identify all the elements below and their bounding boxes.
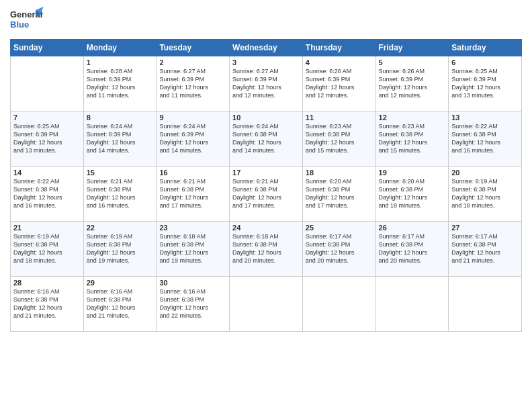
calendar-cell: 9Sunrise: 6:24 AM Sunset: 6:39 PM Daylig…	[157, 111, 230, 167]
day-info: Sunrise: 6:24 AM Sunset: 6:39 PM Dayligh…	[159, 122, 226, 155]
header-row: SundayMondayTuesdayWednesdayThursdayFrid…	[11, 40, 522, 56]
day-info: Sunrise: 6:19 AM Sunset: 6:38 PM Dayligh…	[87, 232, 154, 265]
day-number: 25	[306, 224, 373, 232]
day-info: Sunrise: 6:23 AM Sunset: 6:38 PM Dayligh…	[379, 122, 446, 155]
day-number: 3	[232, 58, 300, 66]
day-info: Sunrise: 6:19 AM Sunset: 6:38 PM Dayligh…	[451, 177, 519, 210]
day-number: 12	[379, 113, 446, 122]
week-row-5: 28Sunrise: 6:16 AM Sunset: 6:38 PM Dayli…	[11, 277, 522, 332]
calendar-cell: 18Sunrise: 6:20 AM Sunset: 6:38 PM Dayli…	[302, 167, 375, 222]
day-info: Sunrise: 6:23 AM Sunset: 6:38 PM Dayligh…	[306, 122, 373, 155]
calendar-cell	[302, 277, 375, 332]
day-number: 8	[87, 113, 154, 122]
day-number: 28	[13, 279, 81, 287]
day-info: Sunrise: 6:24 AM Sunset: 6:39 PM Dayligh…	[87, 122, 154, 155]
calendar-cell: 7Sunrise: 6:25 AM Sunset: 6:39 PM Daylig…	[11, 111, 84, 167]
day-info: Sunrise: 6:26 AM Sunset: 6:39 PM Dayligh…	[306, 67, 373, 100]
calendar-cell: 24Sunrise: 6:18 AM Sunset: 6:38 PM Dayli…	[230, 222, 303, 277]
calendar-cell: 13Sunrise: 6:22 AM Sunset: 6:38 PM Dayli…	[449, 111, 522, 167]
calendar-cell: 22Sunrise: 6:19 AM Sunset: 6:38 PM Dayli…	[83, 222, 157, 277]
day-number: 11	[306, 113, 373, 122]
day-number: 16	[159, 169, 226, 177]
calendar-cell: 16Sunrise: 6:21 AM Sunset: 6:38 PM Dayli…	[157, 167, 230, 222]
day-info: Sunrise: 6:20 AM Sunset: 6:38 PM Dayligh…	[306, 177, 373, 210]
calendar-cell: 10Sunrise: 6:24 AM Sunset: 6:38 PM Dayli…	[230, 111, 303, 167]
day-number: 26	[379, 224, 446, 232]
day-info: Sunrise: 6:17 AM Sunset: 6:38 PM Dayligh…	[379, 232, 446, 265]
calendar-table: SundayMondayTuesdayWednesdayThursdayFrid…	[10, 39, 522, 332]
calendar-cell: 4Sunrise: 6:26 AM Sunset: 6:39 PM Daylig…	[302, 56, 375, 111]
day-info: Sunrise: 6:18 AM Sunset: 6:38 PM Dayligh…	[159, 232, 226, 265]
calendar-cell: 14Sunrise: 6:22 AM Sunset: 6:38 PM Dayli…	[11, 167, 84, 222]
calendar-cell: 30Sunrise: 6:16 AM Sunset: 6:38 PM Dayli…	[157, 277, 230, 332]
week-row-1: 1Sunrise: 6:28 AM Sunset: 6:39 PM Daylig…	[11, 56, 522, 111]
day-number: 29	[87, 279, 154, 287]
day-number: 17	[232, 169, 300, 177]
day-info: Sunrise: 6:28 AM Sunset: 6:39 PM Dayligh…	[87, 67, 154, 100]
calendar-cell: 27Sunrise: 6:17 AM Sunset: 6:38 PM Dayli…	[449, 222, 522, 277]
calendar-cell: 26Sunrise: 6:17 AM Sunset: 6:38 PM Dayli…	[375, 222, 449, 277]
day-number: 18	[306, 169, 373, 177]
day-number: 19	[379, 169, 446, 177]
svg-text:Blue: Blue	[10, 19, 29, 30]
calendar-cell: 3Sunrise: 6:27 AM Sunset: 6:39 PM Daylig…	[230, 56, 303, 111]
day-number: 15	[87, 169, 154, 177]
day-info: Sunrise: 6:18 AM Sunset: 6:38 PM Dayligh…	[232, 232, 300, 265]
day-info: Sunrise: 6:21 AM Sunset: 6:38 PM Dayligh…	[159, 177, 226, 210]
logo: General Blue	[10, 7, 44, 34]
day-number: 30	[159, 279, 226, 287]
page-container: General Blue SundayMondayTuesdayWednesda…	[0, 0, 532, 338]
day-number: 2	[159, 58, 226, 66]
calendar-cell: 1Sunrise: 6:28 AM Sunset: 6:39 PM Daylig…	[83, 56, 157, 111]
day-info: Sunrise: 6:20 AM Sunset: 6:38 PM Dayligh…	[379, 177, 446, 210]
day-header-tuesday: Tuesday	[157, 40, 230, 56]
day-header-monday: Monday	[83, 40, 157, 56]
calendar-cell	[449, 277, 522, 332]
week-row-2: 7Sunrise: 6:25 AM Sunset: 6:39 PM Daylig…	[11, 111, 522, 167]
calendar-cell	[230, 277, 303, 332]
day-header-friday: Friday	[375, 40, 449, 56]
day-number: 20	[451, 169, 519, 177]
day-info: Sunrise: 6:24 AM Sunset: 6:38 PM Dayligh…	[232, 122, 300, 155]
day-header-saturday: Saturday	[449, 40, 522, 56]
day-number: 9	[159, 113, 226, 122]
day-number: 22	[87, 224, 154, 232]
day-number: 24	[232, 224, 300, 232]
day-number: 10	[232, 113, 300, 122]
calendar-cell: 5Sunrise: 6:26 AM Sunset: 6:39 PM Daylig…	[375, 56, 449, 111]
day-header-thursday: Thursday	[302, 40, 375, 56]
day-number: 5	[379, 58, 446, 66]
calendar-cell: 21Sunrise: 6:19 AM Sunset: 6:38 PM Dayli…	[11, 222, 84, 277]
calendar-cell: 6Sunrise: 6:25 AM Sunset: 6:39 PM Daylig…	[449, 56, 522, 111]
day-number: 27	[451, 224, 519, 232]
week-row-4: 21Sunrise: 6:19 AM Sunset: 6:38 PM Dayli…	[11, 222, 522, 277]
calendar-cell: 23Sunrise: 6:18 AM Sunset: 6:38 PM Dayli…	[157, 222, 230, 277]
calendar-cell: 15Sunrise: 6:21 AM Sunset: 6:38 PM Dayli…	[83, 167, 157, 222]
logo-bird-icon: General Blue	[10, 7, 44, 34]
day-info: Sunrise: 6:27 AM Sunset: 6:39 PM Dayligh…	[232, 67, 300, 100]
calendar-cell: 12Sunrise: 6:23 AM Sunset: 6:38 PM Dayli…	[375, 111, 449, 167]
day-number: 7	[13, 113, 81, 122]
day-info: Sunrise: 6:25 AM Sunset: 6:39 PM Dayligh…	[13, 122, 81, 155]
calendar-cell: 25Sunrise: 6:17 AM Sunset: 6:38 PM Dayli…	[302, 222, 375, 277]
day-info: Sunrise: 6:22 AM Sunset: 6:38 PM Dayligh…	[13, 177, 81, 210]
day-info: Sunrise: 6:21 AM Sunset: 6:38 PM Dayligh…	[87, 177, 154, 210]
day-number: 4	[306, 58, 373, 66]
day-info: Sunrise: 6:25 AM Sunset: 6:39 PM Dayligh…	[451, 67, 519, 100]
calendar-cell	[375, 277, 449, 332]
day-info: Sunrise: 6:27 AM Sunset: 6:39 PM Dayligh…	[159, 67, 226, 100]
calendar-cell: 17Sunrise: 6:21 AM Sunset: 6:38 PM Dayli…	[230, 167, 303, 222]
day-number: 6	[451, 58, 519, 66]
day-number: 13	[451, 113, 519, 122]
day-info: Sunrise: 6:26 AM Sunset: 6:39 PM Dayligh…	[379, 67, 446, 100]
day-info: Sunrise: 6:22 AM Sunset: 6:38 PM Dayligh…	[451, 122, 519, 155]
day-info: Sunrise: 6:21 AM Sunset: 6:38 PM Dayligh…	[232, 177, 300, 210]
calendar-cell: 19Sunrise: 6:20 AM Sunset: 6:38 PM Dayli…	[375, 167, 449, 222]
calendar-cell: 28Sunrise: 6:16 AM Sunset: 6:38 PM Dayli…	[11, 277, 84, 332]
calendar-cell: 8Sunrise: 6:24 AM Sunset: 6:39 PM Daylig…	[83, 111, 157, 167]
calendar-cell: 20Sunrise: 6:19 AM Sunset: 6:38 PM Dayli…	[449, 167, 522, 222]
week-row-3: 14Sunrise: 6:22 AM Sunset: 6:38 PM Dayli…	[11, 167, 522, 222]
day-info: Sunrise: 6:17 AM Sunset: 6:38 PM Dayligh…	[306, 232, 373, 265]
day-info: Sunrise: 6:16 AM Sunset: 6:38 PM Dayligh…	[87, 287, 154, 320]
day-header-sunday: Sunday	[11, 40, 84, 56]
